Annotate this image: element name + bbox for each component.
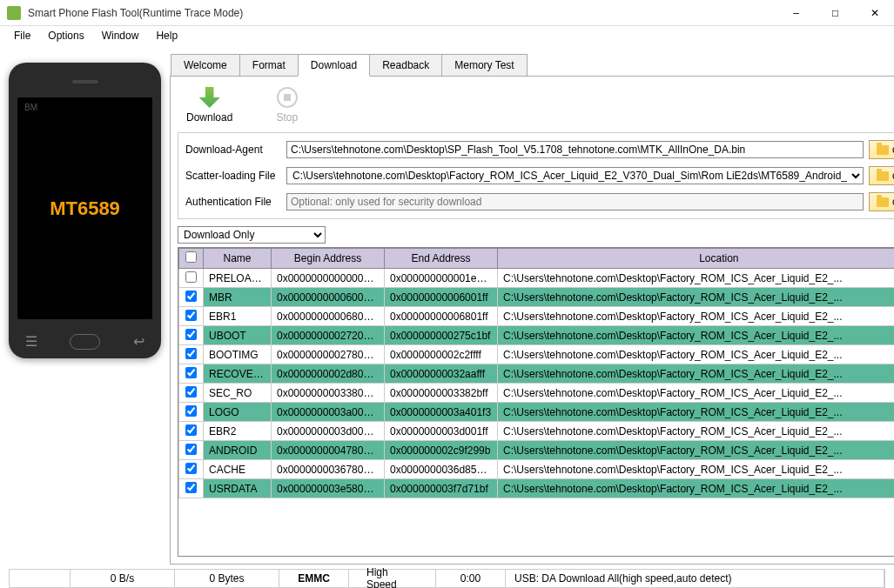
menu-bar: File Options Window Help	[0, 26, 894, 45]
row-checkbox[interactable]	[185, 482, 197, 493]
table-row[interactable]: ANDROID0x00000000047800000x000000002c9f2…	[179, 441, 895, 460]
row-location: C:\Users\tehnotone.com\Desktop\Factory_R…	[498, 479, 895, 498]
row-begin: 0x0000000000000000	[272, 269, 385, 288]
status-usb: USB: DA Download All(high speed,auto det…	[506, 570, 884, 587]
row-checkbox[interactable]	[185, 367, 197, 378]
phone-menu-icon: ☰	[25, 333, 37, 350]
row-end: 0x0000000036d85087	[385, 460, 498, 479]
status-time: 0:00	[436, 570, 506, 587]
download-mode-select[interactable]: Download Only	[178, 226, 326, 244]
row-checkbox[interactable]	[185, 386, 197, 398]
tab-format[interactable]: Format	[239, 54, 299, 76]
maximize-button[interactable]: □	[816, 0, 855, 26]
row-begin: 0x0000000036780000	[272, 460, 385, 479]
folder-icon	[877, 197, 889, 207]
row-location: C:\Users\tehnotone.com\Desktop\Factory_R…	[498, 326, 895, 345]
menu-file[interactable]: File	[5, 28, 39, 43]
row-checkbox[interactable]	[185, 329, 197, 340]
table-row[interactable]: LOGO0x0000000003a000000x0000000003a401f3…	[179, 403, 895, 422]
col-begin[interactable]: Begin Address	[272, 249, 385, 269]
row-name: EBR1	[204, 307, 272, 326]
download-agent-label: Download-Agent	[185, 144, 281, 156]
menu-window[interactable]: Window	[93, 28, 148, 43]
col-end[interactable]: End Address	[385, 249, 498, 269]
row-name: USRDATA	[204, 479, 272, 498]
download-agent-input[interactable]	[286, 141, 864, 158]
status-storage: EMMC	[279, 570, 349, 587]
close-button[interactable]: ✕	[855, 0, 894, 26]
auth-label: Authentication File	[185, 196, 281, 208]
row-end: 0x00000000006801ff	[385, 307, 498, 326]
table-row[interactable]: USRDATA0x000000003e5800000x000000003f7d7…	[179, 479, 895, 498]
menu-options[interactable]: Options	[39, 28, 92, 43]
row-begin: 0x000000003e580000	[272, 479, 385, 498]
table-row[interactable]: RECOVERY0x0000000002d800000x00000000032a…	[179, 364, 895, 384]
table-row[interactable]: UBOOT0x00000000027200000x000000000275c1b…	[179, 326, 895, 345]
tab-memory-test[interactable]: Memory Test	[441, 54, 527, 76]
row-end: 0x0000000002c2ffff	[385, 345, 498, 364]
partition-table: Name Begin Address End Address Location …	[178, 247, 894, 557]
row-end: 0x000000000275c1bf	[385, 326, 498, 345]
choose-scatter-button[interactable]: choose	[869, 166, 894, 185]
row-checkbox[interactable]	[185, 405, 197, 417]
row-end: 0x0000000003d001ff	[385, 422, 498, 441]
table-row[interactable]: PRELOADER0x00000000000000000x00000000000…	[179, 269, 895, 288]
scatter-label: Scatter-loading File	[185, 170, 281, 182]
row-checkbox[interactable]	[185, 444, 197, 455]
row-checkbox[interactable]	[185, 310, 197, 321]
table-row[interactable]: EBR20x0000000003d000000x0000000003d001ff…	[179, 422, 895, 441]
table-row[interactable]: MBR0x00000000006000000x00000000006001ffC…	[179, 288, 895, 307]
phone-home-icon	[70, 334, 100, 350]
status-mode: High Speed	[349, 570, 436, 587]
row-begin: 0x0000000003d00000	[272, 422, 385, 441]
row-begin: 0x0000000003a00000	[272, 403, 385, 422]
row-checkbox[interactable]	[185, 424, 197, 436]
menu-help[interactable]: Help	[147, 28, 186, 43]
stop-icon	[277, 87, 298, 108]
row-location: C:\Users\tehnotone.com\Desktop\Factory_R…	[498, 384, 895, 403]
row-checkbox[interactable]	[185, 463, 197, 474]
row-location: C:\Users\tehnotone.com\Desktop\Factory_R…	[498, 288, 895, 307]
col-location[interactable]: Location	[498, 249, 895, 269]
status-bytes: 0 Bytes	[175, 570, 279, 587]
tab-download[interactable]: Download	[298, 54, 370, 77]
row-name: UBOOT	[204, 326, 272, 345]
table-row[interactable]: SEC_RO0x00000000033800000x0000000003382b…	[179, 384, 895, 403]
row-end: 0x000000003f7d71bf	[385, 479, 498, 498]
row-name: SEC_RO	[204, 384, 272, 403]
tab-readback[interactable]: Readback	[369, 54, 442, 76]
row-begin: 0x0000000000680000	[272, 307, 385, 326]
col-name[interactable]: Name	[204, 249, 272, 269]
table-row[interactable]: CACHE0x00000000367800000x0000000036d8508…	[179, 460, 895, 479]
row-begin: 0x0000000000600000	[272, 288, 385, 307]
tab-strip: Welcome Format Download Readback Memory …	[171, 54, 894, 76]
download-arrow-icon	[199, 87, 220, 108]
choose-auth-button[interactable]: choose	[869, 192, 894, 211]
scatter-select[interactable]: C:\Users\tehnotone.com\Desktop\Factory_R…	[286, 167, 864, 184]
auth-input	[286, 193, 864, 210]
tab-welcome[interactable]: Welcome	[171, 54, 240, 76]
table-row[interactable]: BOOTIMG0x00000000027800000x0000000002c2f…	[179, 345, 895, 364]
download-button[interactable]: Download	[186, 87, 232, 124]
row-name: PRELOADER	[204, 269, 272, 288]
row-begin: 0x0000000002780000	[272, 345, 385, 364]
row-name: ANDROID	[204, 441, 272, 460]
row-name: LOGO	[204, 403, 272, 422]
row-checkbox[interactable]	[185, 348, 197, 359]
choose-download-agent-button[interactable]: choose	[869, 140, 894, 159]
stop-button[interactable]: Stop	[276, 87, 298, 124]
file-fields: Download-Agent choose Scatter-loading Fi…	[178, 132, 894, 219]
row-location: C:\Users\tehnotone.com\Desktop\Factory_R…	[498, 364, 895, 384]
minimize-button[interactable]: –	[776, 0, 816, 26]
row-begin: 0x0000000003380000	[272, 384, 385, 403]
row-checkbox[interactable]	[185, 271, 197, 283]
row-end: 0x00000000032aafff	[385, 364, 498, 384]
phone-preview: BM MT6589 ☰ ↩	[0, 45, 170, 569]
row-name: CACHE	[204, 460, 272, 479]
row-location: C:\Users\tehnotone.com\Desktop\Factory_R…	[498, 441, 895, 460]
folder-icon	[877, 171, 889, 181]
row-name: EBR2	[204, 422, 272, 441]
row-checkbox[interactable]	[185, 291, 197, 302]
table-row[interactable]: EBR10x00000000006800000x00000000006801ff…	[179, 307, 895, 326]
check-all[interactable]	[185, 251, 197, 263]
